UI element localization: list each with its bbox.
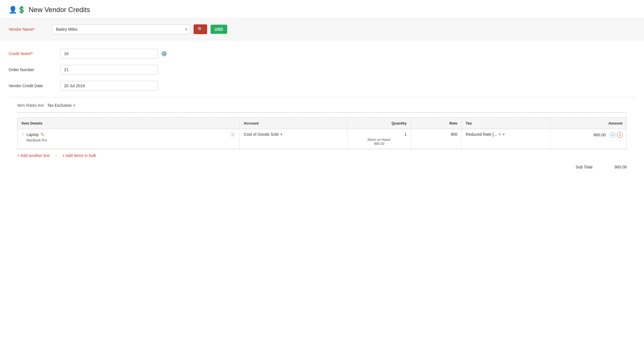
page-header: 👤💲 New Vendor Credits [0, 0, 644, 19]
item-rates-row: Item Rates Are Tax Exclusive ▾ [9, 103, 635, 108]
amount-cell: 900.00 ••• ✕ [550, 129, 626, 149]
items-table-container: Item Details Account Quantity Rate Tax A… [17, 117, 627, 149]
vendor-row: Vendor Name* Bailey Miles ▾ 🔍 USD [9, 24, 635, 34]
quantity-value: 1 [352, 132, 407, 137]
vendor-section: Vendor Name* Bailey Miles ▾ 🔍 USD [0, 19, 644, 40]
table-row: ⠿ Laptop ✏️ ✕ MacBook Pro [18, 129, 626, 149]
col-amount: Amount [550, 118, 626, 129]
separator: | [55, 153, 57, 158]
item-rates-label: Item Rates Are [17, 103, 44, 108]
vendor-credit-date-label: Vendor Credit Date [9, 84, 60, 88]
search-button[interactable]: 🔍 [194, 24, 207, 34]
dashed-divider [17, 112, 627, 113]
item-description: MacBook Pro [26, 138, 235, 142]
chevron-down-icon: ▾ [73, 103, 75, 108]
vendor-select-wrapper: Bailey Miles ▾ [52, 24, 190, 34]
stock-info: Stock on Hand:968.00 [352, 138, 407, 146]
tax-cell: Reduced Rate [... ✕ ▾ [462, 129, 550, 149]
order-number-row: Order Number [9, 65, 635, 75]
subtotal-row: Sub Total 900.00 [9, 162, 635, 172]
col-tax: Tax [462, 118, 550, 129]
items-table: Item Details Account Quantity Rate Tax A… [18, 118, 626, 149]
rate-cell: 900 [411, 129, 462, 149]
table-header-row: Item Details Account Quantity Rate Tax A… [18, 118, 626, 129]
item-name: Laptop [26, 132, 39, 137]
subtotal-label: Sub Total [576, 165, 592, 169]
rate-value: 900 [415, 132, 458, 137]
vendor-icon: 👤💲 [9, 6, 26, 14]
credit-note-label: Credit Note#* [9, 51, 60, 56]
tax-exclusive-value: Tax Exclusive [47, 103, 72, 108]
add-items-bulk-button[interactable]: + Add items in bulk [62, 153, 96, 158]
more-options-icon[interactable]: ••• [610, 132, 616, 138]
tax-remove-icon[interactable]: ✕ [498, 132, 502, 137]
tax-dropdown-icon[interactable]: ▾ [503, 132, 505, 137]
order-number-input[interactable] [60, 65, 158, 75]
vendor-name-label: Vendor Name* [9, 27, 49, 32]
col-account: Account [240, 118, 347, 129]
delete-item-icon[interactable]: ✕ [230, 132, 235, 137]
delete-row-icon[interactable]: ✕ [617, 132, 622, 138]
subtotal-value: 900.00 [604, 165, 627, 169]
add-another-line-button[interactable]: + Add another line [17, 153, 50, 158]
account-dropdown-icon[interactable]: ▾ [280, 132, 282, 137]
col-quantity: Quantity [347, 118, 411, 129]
gear-icon[interactable]: ⚙️ [161, 51, 167, 57]
col-rate: Rate [411, 118, 462, 129]
col-item-details: Item Details [18, 118, 240, 129]
account-cell: Cost of Goods Sold ▾ [240, 129, 347, 149]
item-details-cell: ⠿ Laptop ✏️ ✕ MacBook Pro [18, 129, 240, 149]
credit-note-input[interactable] [60, 49, 158, 59]
quantity-cell: 1 Stock on Hand:968.00 [347, 129, 411, 149]
tax-name: Reduced Rate [... [466, 132, 497, 137]
vendor-select[interactable]: Bailey Miles [52, 24, 190, 34]
item-name-content: Laptop ✏️ ✕ MacBook Pro [26, 132, 235, 142]
credit-note-row: Credit Note#* ⚙️ [9, 49, 635, 59]
vendor-credit-date-input[interactable] [60, 81, 158, 91]
form-body: Credit Note#* ⚙️ Order Number Vendor Cre… [0, 40, 644, 178]
order-number-label: Order Number [9, 67, 60, 72]
page-title: New Vendor Credits [29, 6, 90, 14]
edit-icon[interactable]: ✏️ [41, 133, 45, 137]
account-name: Cost of Goods Sold [244, 132, 278, 137]
bottom-actions: + Add another line | + Add items in bulk [9, 149, 635, 162]
row-actions: ••• ✕ [610, 132, 622, 138]
amount-value: 900.00 [593, 133, 606, 137]
currency-button[interactable]: USD [211, 25, 227, 34]
drag-handle-icon[interactable]: ⠿ [22, 133, 24, 137]
tax-exclusive-dropdown[interactable]: Tax Exclusive ▾ [47, 103, 76, 108]
divider [9, 97, 635, 97]
vendor-credit-date-row: Vendor Credit Date [9, 81, 635, 91]
